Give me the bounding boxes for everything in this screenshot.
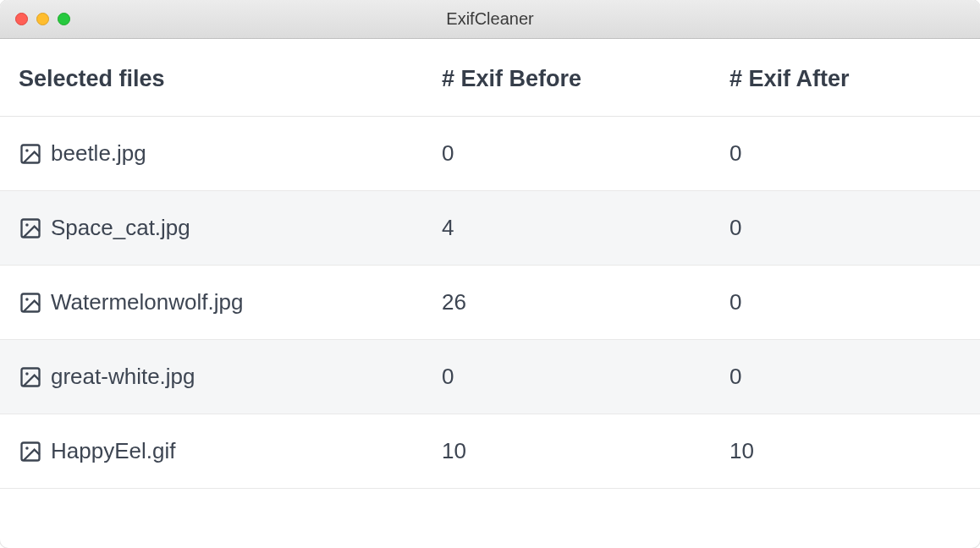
svg-point-9 xyxy=(25,447,29,450)
zoom-button[interactable] xyxy=(58,13,70,25)
exif-before-value: 4 xyxy=(442,215,729,241)
image-icon xyxy=(19,142,42,166)
table-row[interactable]: beetle.jpg 0 0 xyxy=(0,117,980,191)
exif-after-value: 0 xyxy=(729,289,961,315)
image-icon xyxy=(19,440,42,463)
traffic-lights xyxy=(0,13,70,25)
file-cell: great-white.jpg xyxy=(19,364,442,390)
window-title: ExifCleaner xyxy=(0,9,980,29)
exif-after-value: 10 xyxy=(729,438,961,464)
minimize-button[interactable] xyxy=(36,13,49,25)
file-cell: HappyEel.gif xyxy=(19,438,442,464)
titlebar[interactable]: ExifCleaner xyxy=(0,0,980,39)
svg-point-3 xyxy=(25,223,29,227)
file-cell: Watermelonwolf.jpg xyxy=(19,289,442,315)
file-name: great-white.jpg xyxy=(51,364,195,390)
svg-point-5 xyxy=(25,298,29,301)
table-body: beetle.jpg 0 0 Space_cat.jpg 4 0 xyxy=(0,117,980,489)
file-name: HappyEel.gif xyxy=(51,438,175,464)
exif-after-value: 0 xyxy=(729,215,961,241)
file-cell: Space_cat.jpg xyxy=(19,215,442,241)
table-header: Selected files # Exif Before # Exif Afte… xyxy=(0,39,980,117)
header-selected-files: Selected files xyxy=(19,66,442,92)
exif-after-value: 0 xyxy=(729,140,961,167)
exif-after-value: 0 xyxy=(729,364,961,390)
svg-point-1 xyxy=(25,149,29,152)
file-name: beetle.jpg xyxy=(51,140,146,167)
close-button[interactable] xyxy=(15,13,28,25)
exif-before-value: 0 xyxy=(442,364,729,390)
file-name: Watermelonwolf.jpg xyxy=(51,289,243,315)
file-name: Space_cat.jpg xyxy=(51,215,190,241)
exif-before-value: 0 xyxy=(442,140,729,167)
svg-point-7 xyxy=(25,372,29,375)
exif-before-value: 26 xyxy=(442,289,729,315)
header-exif-after: # Exif After xyxy=(729,66,961,92)
header-exif-before: # Exif Before xyxy=(442,66,729,92)
table-row[interactable]: HappyEel.gif 10 10 xyxy=(0,414,980,489)
image-icon xyxy=(19,291,42,315)
image-icon xyxy=(19,365,42,389)
table-row[interactable]: Watermelonwolf.jpg 26 0 xyxy=(0,266,980,340)
app-window: ExifCleaner Selected files # Exif Before… xyxy=(0,0,980,548)
exif-before-value: 10 xyxy=(442,438,729,464)
image-icon xyxy=(19,216,42,240)
table-row[interactable]: great-white.jpg 0 0 xyxy=(0,340,980,414)
content-area: Selected files # Exif Before # Exif Afte… xyxy=(0,39,980,548)
file-cell: beetle.jpg xyxy=(19,140,442,167)
table-row[interactable]: Space_cat.jpg 4 0 xyxy=(0,191,980,266)
